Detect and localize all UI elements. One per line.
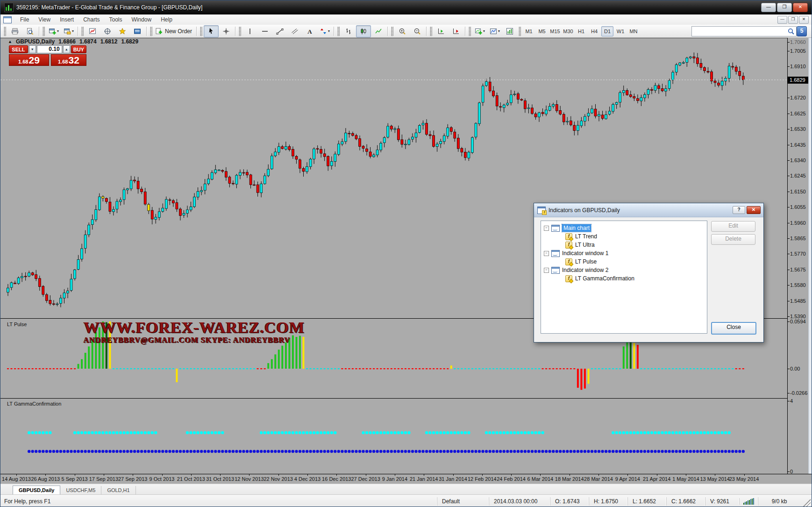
print-preview-button[interactable] <box>22 25 37 37</box>
crosshair-button[interactable] <box>219 25 234 37</box>
trendline-button[interactable] <box>272 25 287 37</box>
tree-item-lt-pulse[interactable]: fLT Pulse <box>565 257 597 266</box>
timeframe-d1-button[interactable]: D1 <box>601 26 613 36</box>
timeframe-w1-button[interactable]: W1 <box>614 26 627 36</box>
toolbar-drag-handle[interactable] <box>391 27 393 36</box>
toolbar-drag-handle[interactable] <box>43 27 45 36</box>
timeframe-mn-button[interactable]: MN <box>627 26 640 36</box>
tree-item-main-chart[interactable]: −Main chart <box>544 224 591 232</box>
timeframe-m5-button[interactable]: M5 <box>536 26 548 36</box>
menu-item-tools[interactable]: Tools <box>105 15 127 24</box>
sell-price-panel[interactable]: 1.68 29 <box>9 54 49 66</box>
terminal-button[interactable] <box>130 25 145 37</box>
print-button[interactable] <box>7 25 22 37</box>
chart-tab-usdchf-m5[interactable]: USDCHF,M5 <box>60 486 101 494</box>
arrows-button[interactable]: ▾ <box>317 25 332 37</box>
vertical-scrollbar[interactable] <box>808 38 812 474</box>
date-label: 23 May 2014 <box>729 476 759 482</box>
toolbar-drag-handle[interactable] <box>239 27 241 36</box>
buy-price-panel[interactable]: 1.68 32 <box>51 54 86 66</box>
tree-expander-icon[interactable]: − <box>544 226 549 231</box>
new-chart-button[interactable]: ▾ <box>46 25 61 37</box>
zoom-in-button[interactable] <box>395 25 410 37</box>
auto-scroll-button[interactable] <box>434 25 449 37</box>
equidistant-channel-button[interactable] <box>287 25 302 37</box>
zoom-out-button[interactable] <box>410 25 425 37</box>
timeframe-h1-button[interactable]: H1 <box>575 26 587 36</box>
chart-close: 1.6829 <box>121 38 138 45</box>
templates-button[interactable]: ▾ <box>487 25 502 37</box>
watermark: WWW.FOREX-WAREZ.COM ANDREYBBRV@GMAIL.COM… <box>84 319 305 344</box>
toolbar-drag-handle[interactable] <box>469 27 471 36</box>
new-order-button[interactable]: New Order <box>154 25 195 37</box>
date-tick <box>744 474 745 476</box>
toolbar-drag-handle[interactable] <box>4 27 6 36</box>
navigator-button[interactable] <box>115 25 130 37</box>
tree-expander-icon[interactable]: − <box>544 251 549 256</box>
chart-shift-button[interactable] <box>449 25 463 37</box>
tree-item-lt-ultra[interactable]: fLT Ultra <box>565 241 595 249</box>
vertical-line-button[interactable] <box>242 25 257 37</box>
title-bar[interactable]: 3592195: MetaTrader - E-Global Trade & F… <box>0 0 812 14</box>
delete-button[interactable]: Delete <box>711 234 755 245</box>
maximize-button[interactable]: ❐ <box>777 3 792 12</box>
collapse-arrow-icon[interactable]: ▲ <box>8 39 12 44</box>
child-restore-button[interactable]: ❐ <box>788 16 798 24</box>
cursor-button[interactable] <box>204 25 219 37</box>
line-chart-button[interactable] <box>371 25 386 37</box>
menu-item-window[interactable]: Window <box>127 15 157 24</box>
volume-input[interactable]: 0.10 <box>37 45 62 53</box>
child-minimize-button[interactable]: — <box>777 16 787 24</box>
tree-item-indicator-window-1[interactable]: −Indicator window 1 <box>544 249 608 257</box>
child-close-button[interactable]: ✕ <box>799 16 809 24</box>
date-tick <box>482 474 483 476</box>
timeframe-m15-button[interactable]: M15 <box>549 26 561 36</box>
menu-item-help[interactable]: Help <box>156 15 177 24</box>
tree-item-indicator-window-2[interactable]: −Indicator window 2 <box>544 266 608 274</box>
periods-button[interactable] <box>502 25 517 37</box>
market-watch-button[interactable] <box>85 25 100 37</box>
menu-item-view[interactable]: View <box>34 15 55 24</box>
profiles-button[interactable]: ▾ <box>61 25 76 37</box>
tree-item-lt-trend[interactable]: fLT Trend <box>565 232 597 241</box>
horizontal-line-button[interactable] <box>257 25 272 37</box>
menu-item-insert[interactable]: Insert <box>55 15 78 24</box>
sell-button[interactable]: SELL <box>9 45 28 53</box>
volume-decrease-button[interactable]: ▼ <box>29 45 36 53</box>
chart-tab-gbpusd-daily[interactable]: GBPUSD,Daily <box>13 486 60 495</box>
candlestick-chart-button[interactable] <box>356 25 371 37</box>
chart-tab-gold-h1[interactable]: GOLD,H1 <box>101 486 135 494</box>
indicators-tree[interactable]: −Main chartfLT TrendfLT Ultra−Indicator … <box>541 221 707 334</box>
minimize-button[interactable]: — <box>761 3 776 12</box>
buy-button[interactable]: BUY <box>71 45 86 53</box>
toolbar-drag-handle[interactable] <box>150 27 152 36</box>
close-button-dialog[interactable]: Close <box>711 322 756 335</box>
toolbar-drag-handle[interactable] <box>430 27 432 36</box>
menu-item-file[interactable]: File <box>15 15 34 24</box>
bar-chart-button[interactable] <box>341 25 356 37</box>
toolbar-drag-handle[interactable] <box>337 27 340 36</box>
dialog-help-button[interactable]: ? <box>733 206 745 214</box>
toolbar-drag-handle[interactable] <box>81 27 84 36</box>
edit-button[interactable]: Edit <box>711 221 755 232</box>
resize-grip-icon[interactable] <box>803 499 811 507</box>
volume-increase-button[interactable]: ▲ <box>63 45 70 53</box>
toolbar-drag-handle[interactable] <box>200 27 202 36</box>
search-input[interactable] <box>691 26 797 36</box>
toolbar-drag-handle[interactable] <box>519 27 521 36</box>
status-profile[interactable]: Default <box>437 497 489 506</box>
dialog-close-x-button[interactable]: ✕ <box>747 206 761 214</box>
tree-item-lt-gammaconfirmation[interactable]: fLT GammaConfirmation <box>565 274 634 283</box>
data-window-button[interactable] <box>100 25 115 37</box>
dialog-title-bar[interactable]: Indicators on GBPUSD,Daily ? ✕ <box>534 203 763 217</box>
mql5-community-icon[interactable]: 5 <box>797 26 807 36</box>
menu-item-charts[interactable]: Charts <box>78 15 104 24</box>
timeframe-h4-button[interactable]: H4 <box>588 26 600 36</box>
text-button[interactable]: A <box>302 25 317 37</box>
search-icon[interactable] <box>787 28 795 35</box>
close-button[interactable]: ✕ <box>793 3 808 12</box>
indicators-button[interactable]: ▾ <box>472 25 487 37</box>
tree-expander-icon[interactable]: − <box>544 268 549 273</box>
timeframe-m1-button[interactable]: M1 <box>523 26 535 36</box>
timeframe-m30-button[interactable]: M30 <box>562 26 574 36</box>
